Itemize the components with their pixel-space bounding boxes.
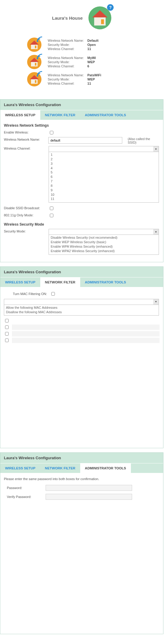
tabs-setup: WIRELESS SETUP NETWORK FILTER ADMINISTRA… (0, 110, 163, 120)
network-row: Wireless Network Name:Default Security M… (27, 37, 164, 52)
ssid-broadcast-checkbox[interactable] (50, 207, 53, 210)
tab-admin-tools[interactable]: ADMINISTRATOR TOOLS (80, 463, 131, 473)
channel-option[interactable]: 7 (51, 179, 157, 184)
chevron-down-icon: ▼ (153, 229, 159, 235)
admin-instruction: Please enter the same password into both… (4, 477, 160, 481)
network-row: Wireless Network Name:PatsWiFi Security … (27, 72, 164, 87)
mac-entry-field[interactable] (12, 331, 160, 336)
network-house-icon (27, 55, 42, 69)
channel-value: 11 (87, 47, 98, 51)
channel-option[interactable]: 1 (51, 153, 157, 157)
admin-body: Please enter the same password into both… (0, 473, 163, 634)
mac-entry-field[interactable] (12, 325, 160, 330)
label: Wireless Channel: (48, 47, 84, 51)
channel-option[interactable]: 11 (51, 197, 157, 201)
main-house-icon: ? (88, 6, 112, 30)
chevron-down-icon: ▼ (153, 146, 159, 152)
security-option[interactable]: Enable WPA Wireless Security (enhanced) (51, 244, 157, 249)
network-name-value: MyWi (87, 56, 96, 60)
mac-entry-checkbox[interactable] (5, 339, 9, 342)
network-name-value: PatsWiFi (87, 73, 101, 77)
mac-entry-checkbox[interactable] (5, 325, 9, 329)
channel-value: 6 (87, 64, 96, 68)
mac-entry-field[interactable] (12, 318, 160, 323)
security-mode-label: Security Mode: (4, 229, 46, 233)
channel-option[interactable]: 9 (51, 188, 157, 193)
tab-wireless-setup[interactable]: WIRELESS SETUP (0, 277, 40, 287)
house-title: Laura's House (52, 15, 83, 21)
label: Wireless Network Name: (48, 39, 84, 42)
wifi-signal-icon (36, 71, 43, 77)
mac-mode-option[interactable]: Allow the following MAC Addresses (6, 305, 157, 310)
mac-entry-field[interactable] (12, 338, 160, 343)
label: Wireless Channel: (48, 64, 84, 68)
channel-option[interactable]: 2 (51, 157, 157, 162)
verify-password-input[interactable] (46, 494, 132, 500)
mac-entry-checkbox[interactable] (5, 332, 9, 336)
network-name-input[interactable] (48, 137, 122, 144)
gmode-checkbox[interactable] (50, 214, 53, 217)
channel-option[interactable]: 8 (51, 184, 157, 188)
channel-option[interactable]: 6 (51, 175, 157, 179)
tab-wireless-setup[interactable]: WIRELESS SETUP (0, 463, 40, 473)
label: Security Mode: (48, 77, 84, 81)
mac-address-list (4, 318, 160, 343)
network-info: Wireless Network Name:PatsWiFi Security … (48, 73, 101, 85)
channel-label: Wireless Channel: (4, 146, 46, 150)
channel-select[interactable]: ▼ 1234567891011 (49, 146, 159, 203)
chevron-down-icon: ▼ (153, 299, 159, 305)
mac-entry-checkbox[interactable] (5, 319, 9, 322)
svg-rect-16 (31, 79, 38, 84)
channel-option[interactable]: 10 (51, 193, 157, 197)
tab-admin-tools[interactable]: ADMINISTRATOR TOOLS (80, 110, 131, 120)
security-mode-value: Open (87, 43, 98, 46)
overview-section: Laura's House ? (0, 0, 164, 95)
security-option[interactable]: Enable WEP Wireless Security (basic) (51, 240, 157, 244)
password-input[interactable] (46, 485, 132, 491)
enable-wireless-checkbox[interactable] (50, 131, 53, 134)
tabs-admin: WIRELESS SETUP NETWORK FILTER ADMINISTRA… (0, 463, 163, 473)
security-option[interactable]: Enable WPA2 Wireless Security (enhanced) (51, 249, 157, 253)
section-network-settings: Wireless Network Settings (4, 123, 160, 128)
panel-title: Laura's Wireless Configuration (0, 267, 163, 277)
network-filter-body: Turn MAC Filtering ON: ▼ Allow the follo… (0, 287, 163, 448)
tab-network-filter[interactable]: NETWORK FILTER (40, 463, 80, 473)
label: Security Mode: (48, 43, 84, 46)
tab-network-filter[interactable]: NETWORK FILTER (40, 110, 80, 120)
svg-rect-11 (31, 62, 38, 66)
network-info: Wireless Network Name:MyWi Security Mode… (48, 56, 96, 68)
network-name-value: Default (87, 39, 98, 42)
ssid-hint: (Also called the SSID) (125, 137, 160, 144)
mac-mode-select[interactable]: ▼ Allow the following MAC AddressesDisal… (4, 299, 159, 316)
label: Wireless Channel: (48, 82, 84, 85)
network-house-icon (27, 37, 42, 52)
section-security-mode: Wireless Security Mode (4, 222, 160, 226)
tab-wireless-setup[interactable]: WIRELESS SETUP (0, 110, 40, 120)
channel-option[interactable]: 5 (51, 170, 157, 175)
tab-network-filter[interactable]: NETWORK FILTER (40, 277, 80, 287)
mac-mode-options: Allow the following MAC AddressesDisallo… (4, 305, 159, 316)
wifi-signal-icon (36, 53, 43, 60)
channel-value: 11 (87, 82, 101, 85)
wireless-setup-body: Wireless Network Settings Enable Wireles… (0, 120, 163, 262)
verify-password-label: Verify Password: (7, 495, 37, 499)
panel-title: Laura's Wireless Configuration (0, 100, 163, 110)
channel-option[interactable]: 3 (51, 162, 157, 166)
mac-mode-option[interactable]: Disallow the following MAC Addresses (6, 310, 157, 314)
security-mode-select[interactable]: ▼ Disable Wireless Security (not recomme… (49, 229, 159, 255)
mac-filter-checkbox[interactable] (51, 292, 55, 296)
channel-option[interactable]: 4 (51, 166, 157, 170)
svg-rect-17 (35, 80, 36, 83)
label: Wireless Network Name: (48, 56, 84, 60)
network-info: Wireless Network Name:Default Security M… (48, 39, 98, 51)
tab-admin-tools[interactable]: ADMINISTRATOR TOOLS (80, 277, 131, 287)
enable-wireless-label: Enable Wireless: (4, 130, 46, 134)
tabs-filter: WIRELESS SETUP NETWORK FILTER ADMINISTRA… (0, 277, 163, 287)
config-panel-setup: Laura's Wireless Configuration WIRELESS … (0, 99, 163, 262)
help-icon[interactable]: ? (107, 4, 114, 11)
password-label: Password: (7, 486, 37, 490)
gmode-label: 802.11g Only Mode: (4, 213, 46, 217)
svg-rect-12 (35, 63, 36, 66)
security-option[interactable]: Disable Wireless Security (not recommend… (51, 235, 157, 240)
label: Wireless Network Name: (48, 73, 84, 77)
